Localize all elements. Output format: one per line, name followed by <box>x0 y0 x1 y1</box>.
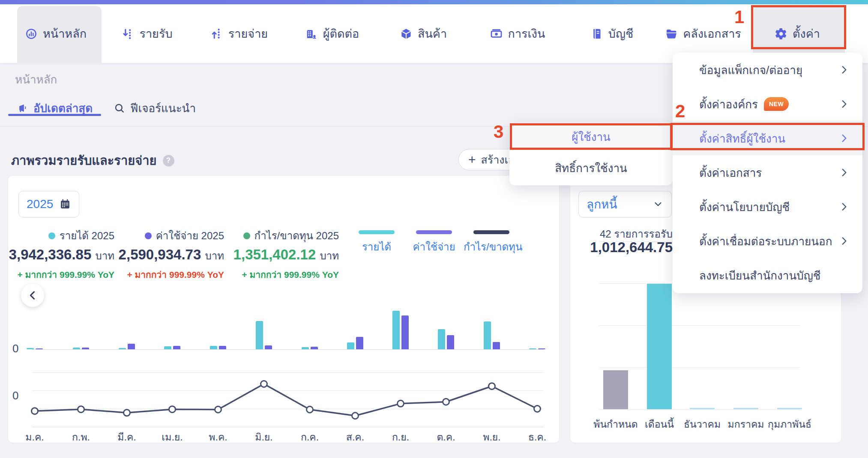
revenue-bar[interactable] <box>73 348 80 349</box>
x-axis-label: ต.ค. <box>428 429 464 445</box>
profit-line-chart <box>8 360 559 437</box>
carousel-prev-button[interactable] <box>21 284 44 307</box>
nav-item-label: การเงิน <box>508 24 545 43</box>
x-axis-label: มกราคม <box>722 416 769 432</box>
expense-bar[interactable] <box>219 346 226 349</box>
menu-item-label: ลงทะเบียนสำนักงานบัญชี <box>699 267 821 284</box>
accounting-icon <box>590 27 603 40</box>
receivable-bar[interactable] <box>777 408 802 409</box>
submenu-item-1[interactable]: สิทธิ์การใช้งาน <box>509 150 673 185</box>
receivable-type-dropdown[interactable]: ลูกหนี้ <box>578 191 672 217</box>
year-picker[interactable]: 2025 <box>18 191 79 217</box>
nav-item-accounting[interactable]: บัญชี <box>590 4 633 63</box>
settings-menu-item-0[interactable]: ข้อมูลแพ็กเกจ/ต่ออายุ <box>673 53 862 87</box>
settings-menu-item-6[interactable]: ลงทะเบียนสำนักงานบัญชี <box>673 258 862 292</box>
x-axis-label: พ.ย. <box>473 429 510 445</box>
finance-icon <box>490 27 503 40</box>
gridline <box>599 325 800 326</box>
expense-bar[interactable] <box>36 348 43 349</box>
legend-toggle-2[interactable]: กำไร/ขาดทุน <box>464 230 519 255</box>
line-marker <box>307 406 313 413</box>
menu-item-label: ตั้งค่าเชื่อมต่อระบบภายนอก <box>699 232 832 250</box>
legend-color-bar <box>359 230 395 234</box>
x-axis-label: ม.ค. <box>16 429 53 445</box>
x-axis-label: เม.ย. <box>154 429 191 445</box>
nav-item-products[interactable]: สินค้า <box>400 4 447 63</box>
receivable-bar[interactable] <box>733 408 758 409</box>
nav-item-contacts[interactable]: ผู้ติดต่อ <box>305 4 359 63</box>
menu-item-label: ข้อมูลแพ็กเกจ/ต่ออายุ <box>699 61 802 79</box>
expense-bar[interactable] <box>493 342 500 349</box>
line-marker <box>78 406 84 413</box>
gridline <box>599 409 800 410</box>
search-icon <box>114 102 125 114</box>
x-axis-label: ก.พ. <box>63 429 99 445</box>
chevron-right-icon <box>838 64 850 75</box>
chevron-right-icon <box>838 98 850 110</box>
plus-icon: + <box>468 153 476 166</box>
nav-item-finance[interactable]: การเงิน <box>490 4 545 63</box>
bar-axis-zero: 0 <box>12 342 18 355</box>
settings-menu-item-1[interactable]: ตั้งค่าองค์กรNEW <box>673 87 862 121</box>
top-gradient-strip <box>0 0 868 4</box>
line-marker <box>443 399 449 405</box>
dropdown-value: ลูกหนี้ <box>587 195 617 214</box>
nav-item-label: รายจ่าย <box>228 24 268 43</box>
legend-toggle-1[interactable]: ค่าใช้จ่าย <box>406 230 462 255</box>
expense-bar[interactable] <box>356 337 363 349</box>
x-axis-label: มิ.ย. <box>245 429 282 445</box>
expense-bar[interactable] <box>82 348 89 349</box>
annotation-number-3: 3 <box>494 122 503 142</box>
tab-label: ฟีเจอร์แนะนำ <box>130 99 196 117</box>
revenue-bar[interactable] <box>210 346 217 349</box>
gridline <box>599 367 800 368</box>
chevron-right-icon <box>838 235 850 247</box>
receivable-bar[interactable] <box>690 408 715 409</box>
settings-menu-item-5[interactable]: ตั้งค่าเชื่อมต่อระบบภายนอก <box>673 224 862 258</box>
receivable-bar[interactable] <box>603 370 628 409</box>
nav-item-expense[interactable]: รายจ่าย <box>210 4 268 63</box>
section-title-text: ภาพรวมรายรับและรายจ่าย <box>11 151 157 170</box>
line-marker <box>489 383 495 390</box>
stat-yoy: + มากกว่า 999.99% YoY <box>9 268 114 282</box>
settings-menu-item-3[interactable]: ตั้งค่าเอกสาร <box>673 155 862 190</box>
revenue-bar[interactable] <box>529 348 536 349</box>
settings-menu-item-4[interactable]: ตั้งค่านโยบายบัญชี <box>673 190 862 224</box>
expense-bar[interactable] <box>128 344 135 349</box>
annotation-number-2: 2 <box>675 101 685 122</box>
dashboard-icon <box>25 27 38 40</box>
revenue-bar[interactable] <box>256 321 263 349</box>
help-icon[interactable]: ? <box>163 155 174 167</box>
stat-value: 2,590,934.73 บาท <box>119 247 224 264</box>
revenue-bar[interactable] <box>302 347 309 349</box>
nav-item-dashboard[interactable]: หน้าหลัก <box>25 4 87 63</box>
receivable-bar[interactable] <box>647 284 672 409</box>
revenue-bar[interactable] <box>119 348 126 349</box>
products-icon <box>400 27 413 40</box>
revenue-bar[interactable] <box>27 348 34 349</box>
expense-bar[interactable] <box>311 347 318 349</box>
revenue-bar[interactable] <box>392 311 400 349</box>
expense-bar[interactable] <box>173 346 180 349</box>
expense-bar[interactable] <box>265 345 272 349</box>
tab-recommended-features[interactable]: ฟีเจอร์แนะนำ <box>114 99 196 117</box>
revenue-bar[interactable] <box>347 342 354 349</box>
nav-item-label: สินค้า <box>418 24 447 43</box>
revenue-bar[interactable] <box>164 346 171 349</box>
stat-yoy: + มากกว่า 999.99% YoY <box>233 268 339 282</box>
breadcrumb: หน้าหลัก <box>15 71 57 88</box>
nav-item-income[interactable]: รายรับ <box>121 4 172 63</box>
menu-item-label: ตั้งค่าเอกสาร <box>699 164 762 181</box>
revenue-bar[interactable] <box>438 329 445 349</box>
expense-bar[interactable] <box>401 315 409 349</box>
legend-toggle-0[interactable]: รายได้ <box>349 230 404 255</box>
expense-bar[interactable] <box>538 348 545 349</box>
expense-bar[interactable] <box>447 335 454 349</box>
legend-label: ค่าใช้จ่าย <box>406 238 462 255</box>
x-axis-label: ส.ค. <box>337 429 374 445</box>
line-marker <box>352 413 359 419</box>
x-axis-label: ธ.ค. <box>519 429 556 445</box>
revenue-bar[interactable] <box>484 321 491 349</box>
annotation-number-1: 1 <box>734 7 744 27</box>
settings-dropdown-menu: ข้อมูลแพ็กเกจ/ต่ออายุตั้งค่าองค์กรNEWตั้… <box>673 53 862 293</box>
